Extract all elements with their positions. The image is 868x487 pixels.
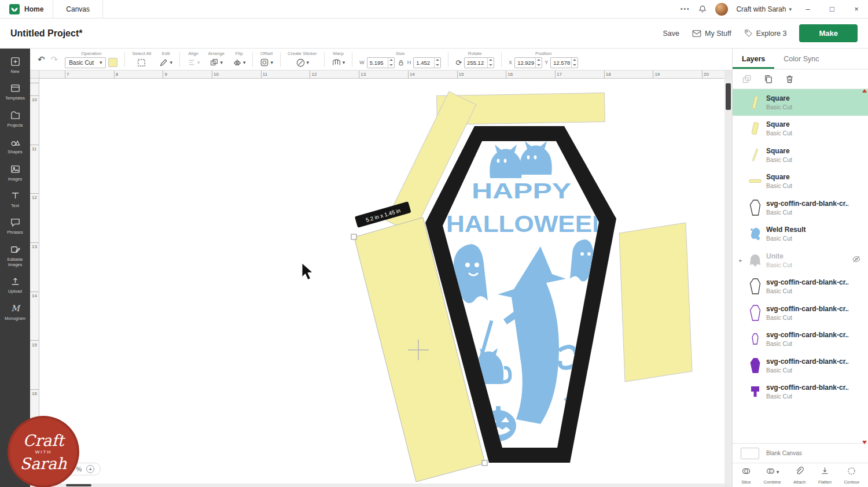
layer-row[interactable]: svg-coffin-card-blank-cr... Basic Cut [733,300,868,326]
layer-row[interactable]: ▸ Unite Basic Cut [733,247,868,274]
contour-button[interactable]: ▾ Contour [844,466,859,485]
chevron-down-icon: ▾ [777,469,779,475]
operation-select[interactable]: Basic Cut ▾ [65,57,106,68]
height-stepper[interactable] [434,58,440,68]
artboard[interactable]: HAPPY HALLOWEEN [39,79,724,484]
warp-button[interactable]: ▾ [332,58,345,67]
sidebar-item-phrases[interactable]: Phrases [0,213,30,239]
yellow-square-right[interactable] [619,223,692,382]
account-menu[interactable]: Craft with Sarah ▾ [736,5,792,13]
offset-label: Offset [260,51,273,56]
selection-handle-topleft[interactable] [351,234,356,239]
layer-name: Square [766,173,848,181]
redo-button[interactable]: ↷ [48,54,61,65]
undo-button[interactable]: ↶ [35,54,48,65]
layer-row[interactable]: Square Basic Cut [733,168,868,195]
layer-thumbnail-icon [748,94,763,111]
position-label: Position [535,51,551,56]
notifications-bell-icon[interactable] [698,5,707,14]
layer-row[interactable]: svg-coffin-card-blank-cr... Basic Cut [733,194,868,221]
window-maximize-button[interactable]: □ [824,5,840,13]
offset-button[interactable]: ▾ [260,58,273,67]
sidebar-item-editable-images[interactable]: Editable Images [0,240,30,272]
window-minimize-button[interactable]: – [800,5,816,13]
sidebar-item-templates[interactable]: Templates [0,79,30,105]
scrollbar-thumb[interactable] [66,484,91,486]
group-icon[interactable] [742,74,752,84]
sidebar-item-images[interactable]: Images [0,160,30,186]
layer-row[interactable]: svg-coffin-card-blank-cr... Basic Cut [733,274,868,300]
flip-menu-button[interactable]: ▾ [233,58,246,67]
layer-row[interactable]: Square Basic Cut [733,116,868,142]
blank-canvas-row[interactable]: Blank Canvas [733,443,868,463]
duplicate-icon[interactable] [763,74,773,84]
scrollbar-thumb[interactable] [726,83,731,110]
layer-row[interactable]: Weld Result Basic Cut [733,221,868,248]
explore-button[interactable]: Explore 3 [744,29,787,38]
canvas-vertical-scrollbar[interactable] [724,79,732,484]
sidebar-item-upload[interactable]: Upload [0,272,30,298]
ruler-mark: 11 [32,146,36,152]
slice-button[interactable]: ▾ Slice [741,466,751,485]
sidebar-item-projects[interactable]: Projects [0,106,30,132]
make-button[interactable]: Make [799,24,858,42]
project-title: Untitled Project* [10,28,82,39]
position-x-input[interactable]: 12.929 [514,57,542,68]
position-y-input[interactable]: 12.578 [550,57,578,68]
sidebar-item-new[interactable]: New [0,52,30,79]
canvas-area[interactable]: 7891011121314151617181920 10111213141516 [30,71,732,487]
canvas-horizontal-scrollbar[interactable] [39,484,724,487]
save-button[interactable]: Save [663,29,680,38]
operation-color-swatch[interactable] [108,58,117,67]
chevron-right-icon[interactable]: ▸ [737,257,744,263]
layer-operation: Basic Cut [766,367,848,374]
width-stepper[interactable] [388,58,394,68]
overflow-menu-icon[interactable]: ••• [681,6,690,12]
size-lock-button[interactable] [397,59,405,67]
ruler-mark: 12 [312,72,317,77]
layer-row[interactable]: Square Basic Cut [733,89,868,116]
rotate-input[interactable]: 255.12 [464,57,494,68]
tab-layers[interactable]: Layers [733,49,774,69]
create-sticker-button[interactable]: ▾ [296,58,310,68]
arrange-menu-button[interactable]: ▾ [209,58,223,67]
tab-canvas[interactable]: Canvas [53,0,103,18]
rotate-stepper[interactable] [487,58,494,68]
avatar[interactable] [715,3,728,16]
sidebar-item-text[interactable]: Text [0,186,30,213]
layer-row[interactable]: svg-coffin-card-blank-cr... Basic Cut [733,326,868,353]
size-label: Size [396,51,405,56]
panel-scroll-up-icon[interactable] [862,89,867,93]
sidebar-item-monogram[interactable]: M Monogram [0,299,30,326]
edit-menu-button[interactable]: ▾ [159,58,172,67]
action-label: Attach [793,479,806,485]
layer-row[interactable]: svg-coffin-card-blank-cr... Basic Cut [733,379,868,405]
my-stuff-button[interactable]: My Stuff [692,29,731,38]
selection-handle-bottomright[interactable] [482,460,487,466]
layer-thumbnail-icon [748,225,763,242]
sidebar-item-shapes[interactable]: Shapes [0,132,30,159]
delete-trash-icon[interactable] [785,74,795,84]
visibility-off-icon[interactable] [852,254,862,266]
tab-home[interactable]: Home [0,0,53,18]
combine-button[interactable]: ▾ Combine [763,466,781,485]
position-y-stepper[interactable] [571,58,578,68]
layer-row[interactable]: Square Basic Cut [733,142,868,168]
position-x-stepper[interactable] [535,58,542,68]
blank-canvas-swatch[interactable] [741,448,759,459]
flatten-button[interactable]: ▾ Flatten [818,466,832,485]
layer-row[interactable]: svg-coffin-card-blank-cr... Basic Cut [733,352,868,379]
titlebar: Home Canvas ••• Craft with Sarah ▾ – □ × [0,0,868,19]
rotate-label: Rotate [468,51,482,56]
align-menu-button[interactable]: ▾ [187,58,200,67]
window-close-button[interactable]: × [848,5,865,13]
layer-name: svg-coffin-card-blank-cr... [766,331,848,339]
height-input[interactable]: 1.452 [413,57,441,68]
attach-button[interactable]: ▾ Attach [793,466,806,485]
zoom-in-button[interactable]: + [86,465,94,473]
sidebar-item-label: Phrases [7,230,23,235]
select-all-button[interactable] [137,58,146,68]
panel-scroll-down-icon[interactable] [862,441,867,444]
width-input[interactable]: 5.195 [367,57,395,68]
tab-color-sync[interactable]: Color Sync [774,49,828,69]
